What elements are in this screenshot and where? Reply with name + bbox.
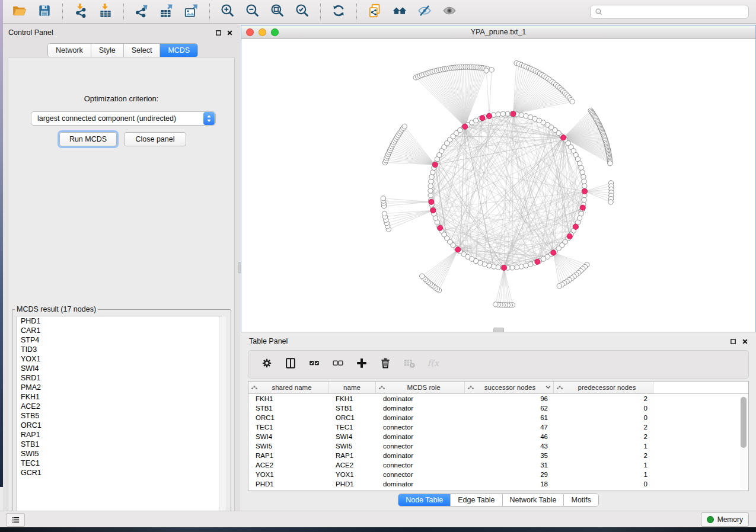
zoom-fit-icon	[270, 3, 285, 21]
close-icon[interactable]	[226, 29, 234, 37]
close-panel-button[interactable]: Close panel	[124, 132, 186, 146]
mcds-result-item[interactable]: ORC1	[17, 421, 222, 430]
optimization-criterion-label: Optimization criterion:	[8, 94, 234, 103]
tab-motifs[interactable]: Motifs	[564, 494, 598, 506]
column-header-successor-nodes[interactable]: successor nodes	[465, 382, 554, 393]
save-button[interactable]	[34, 3, 55, 21]
optimization-criterion-select[interactable]: largest connected component (undirected)	[31, 111, 216, 126]
column-header-predecessor-nodes[interactable]: predecessor nodes	[554, 382, 653, 393]
desktop-wallpaper-bottom	[0, 527, 756, 532]
columns-button[interactable]	[280, 355, 301, 373]
mcds-result-item[interactable]: GCR1	[17, 468, 222, 477]
float-icon[interactable]	[215, 29, 222, 37]
table-row[interactable]: ACE2ACE2connector311	[248, 460, 748, 470]
mcds-result-item[interactable]: PHD1	[17, 316, 222, 326]
run-mcds-button[interactable]: Run MCDS	[59, 132, 117, 146]
table-row[interactable]: SWI5SWI5connector431	[248, 441, 748, 451]
zoom-selected-button[interactable]	[292, 3, 313, 21]
table-tab-bar: Node TableEdge TableNetwork TableMotifs	[241, 493, 756, 507]
first-neighbors-button[interactable]	[389, 3, 410, 21]
function-button: f(x)	[423, 355, 443, 373]
zoom-out-button[interactable]	[242, 3, 263, 21]
settings-button[interactable]	[257, 355, 277, 373]
svg-text:f(x): f(x)	[428, 358, 439, 368]
refresh-button[interactable]	[328, 3, 349, 21]
tab-style[interactable]: Style	[91, 44, 124, 57]
export-table-button[interactable]	[156, 3, 177, 21]
mcds-result-item[interactable]: STB5	[17, 411, 222, 421]
column-header-MCDS-role[interactable]: MCDS role	[376, 382, 465, 393]
table-row[interactable]: ORC1ORC1dominator610	[248, 413, 748, 422]
table-cell: ACE2	[328, 460, 376, 470]
tab-network-table[interactable]: Network Table	[503, 494, 564, 506]
duplicate-network-button[interactable]	[364, 3, 385, 21]
table-row[interactable]: SWI4SWI4dominator462	[248, 432, 748, 441]
tab-edge-table[interactable]: Edge Table	[451, 494, 502, 506]
column-header-name[interactable]: name	[328, 382, 376, 393]
add-button[interactable]	[352, 355, 372, 373]
table-cell: ACE2	[248, 460, 328, 470]
table-cell: 35	[465, 451, 554, 460]
delete-icon	[379, 357, 392, 372]
mcds-result-list[interactable]: PHD1CAR1STP4TID3YOX1SWI4SRD1PMA2FKH1ACE2…	[17, 316, 222, 518]
node-table: shared namenameMCDS rolesuccessor nodesp…	[248, 381, 749, 491]
column-header-shared-name[interactable]: shared name	[248, 382, 328, 393]
zoom-fit-button[interactable]	[267, 3, 288, 21]
mcds-list-scrollbar[interactable]	[219, 316, 226, 517]
network-window-titlebar[interactable]: YPA_prune.txt_1	[241, 25, 755, 39]
table-cell: 46	[465, 432, 554, 441]
hide-selected-button[interactable]	[414, 3, 435, 21]
import-table-button[interactable]	[95, 3, 116, 21]
export-network-button[interactable]	[131, 3, 152, 21]
select-all-button[interactable]	[304, 355, 324, 373]
delete-button[interactable]	[375, 355, 395, 373]
mcds-result-item[interactable]: RAP1	[17, 430, 222, 440]
mcds-result-item[interactable]: STB1	[17, 440, 222, 449]
table-cell: 1	[554, 460, 653, 470]
tab-node-table[interactable]: Node Table	[398, 494, 451, 506]
close-icon[interactable]	[741, 338, 749, 345]
network-view-canvas[interactable]	[241, 39, 755, 332]
table-cell: 2	[554, 432, 653, 441]
mcds-result-item[interactable]: PMA2	[17, 383, 222, 392]
mcds-result-item[interactable]: SWI5	[17, 449, 222, 459]
mcds-result-item[interactable]: ACE2	[17, 402, 222, 411]
float-icon[interactable]	[729, 338, 737, 345]
table-row[interactable]: YOX1YOX1connector291	[248, 470, 748, 479]
table-cell: STB1	[328, 403, 376, 413]
table-scrollbar-thumb[interactable]	[741, 397, 747, 448]
mcds-result-item[interactable]: CAR1	[17, 326, 222, 335]
mcds-result-item[interactable]: STP4	[17, 335, 222, 345]
export-image-button[interactable]	[181, 3, 202, 21]
table-cell: YOX1	[328, 470, 376, 479]
mcds-result-item[interactable]: TID3	[17, 345, 222, 354]
add-icon	[355, 357, 368, 372]
table-row[interactable]: PHD1PHD1dominator180	[248, 479, 748, 489]
search-box[interactable]	[590, 5, 749, 19]
table-row[interactable]: RAP1RAP1dominator352	[248, 451, 748, 460]
mcds-result-item[interactable]: SRD1	[17, 373, 222, 383]
tab-select[interactable]: Select	[124, 44, 161, 57]
table-row[interactable]: STB1STB1dominator620	[248, 403, 748, 413]
table-cell: ORC1	[248, 413, 328, 422]
mcds-result-item[interactable]: TEC1	[17, 459, 222, 468]
search-input[interactable]	[606, 7, 744, 17]
show-all-button[interactable]	[439, 3, 460, 21]
tab-network[interactable]: Network	[48, 44, 91, 57]
mcds-result-item[interactable]: YOX1	[17, 354, 222, 364]
table-cell: SWI5	[248, 441, 328, 451]
table-row[interactable]: TEC1TEC1connector472	[248, 422, 748, 432]
deselect-all-button[interactable]	[328, 355, 348, 373]
mcds-result-item[interactable]: FKH1	[17, 392, 222, 402]
table-scrollbar[interactable]	[740, 396, 747, 489]
table-panel: Table Panel f(x) shared namenameMCDS rol…	[241, 332, 756, 511]
command-list-button[interactable]	[6, 513, 25, 527]
open-button[interactable]	[9, 3, 30, 21]
zoom-in-button[interactable]	[217, 3, 238, 21]
table-row[interactable]: FKH1FKH1dominator962	[248, 394, 748, 403]
table-cell: 2	[554, 394, 653, 403]
mcds-result-item[interactable]: SWI4	[17, 364, 222, 373]
import-network-button[interactable]	[70, 3, 91, 21]
memory-button[interactable]: Memory	[701, 512, 749, 527]
tab-mcds[interactable]: MCDS	[160, 44, 197, 57]
